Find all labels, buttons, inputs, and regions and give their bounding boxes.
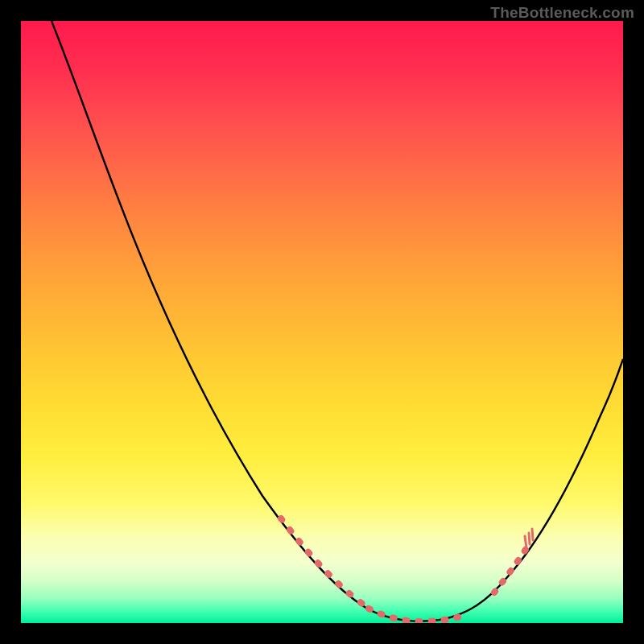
watermark-text: TheBottleneck.com <box>490 4 634 22</box>
highlight-segment-bottom <box>369 609 468 621</box>
chart-frame <box>21 21 623 623</box>
chart-svg <box>21 21 623 623</box>
highlight-segment-left <box>281 518 367 607</box>
bottleneck-curve <box>52 21 623 621</box>
